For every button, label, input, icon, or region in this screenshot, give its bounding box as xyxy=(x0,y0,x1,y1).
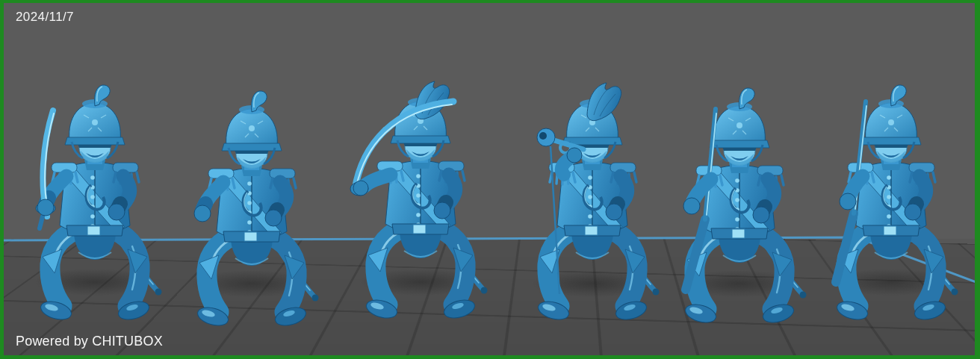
model-rider-carbine-vertical[interactable] xyxy=(665,84,814,330)
chitubox-render-window: 2024/11/7 Powered by CHITUBOX xyxy=(0,0,980,359)
model-rider-reins[interactable] xyxy=(177,87,326,333)
model-rider-saber-raised[interactable] xyxy=(20,81,170,327)
model-trumpeter-bugle[interactable] xyxy=(518,81,667,327)
model-officer-saber-swing[interactable] xyxy=(346,79,495,325)
chitubox-watermark: Powered by CHITUBOX xyxy=(16,334,163,349)
date-label: 2024/11/7 xyxy=(16,10,74,25)
model-rider-carbine-angled[interactable] xyxy=(816,81,966,327)
viewport-3d[interactable]: 2024/11/7 Powered by CHITUBOX xyxy=(4,3,975,355)
